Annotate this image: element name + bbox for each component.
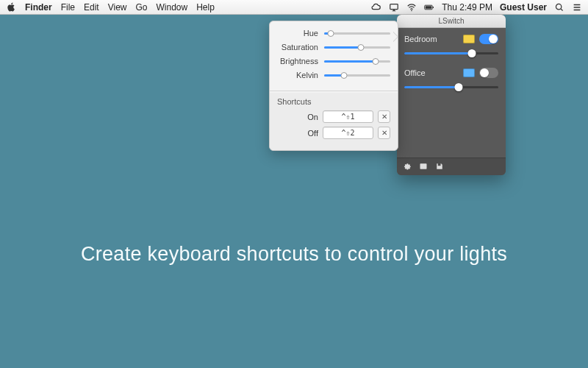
menu-help[interactable]: Help [196,2,215,13]
cloud-icon[interactable] [371,2,381,13]
menu-edit[interactable]: Edit [84,2,99,13]
menubar-clock[interactable]: Thu 2:49 PM [442,2,492,13]
scenes-icon[interactable] [419,160,428,174]
spotlight-icon[interactable] [554,2,564,13]
shortcuts-heading: Shortcuts [277,97,390,106]
lswitch-title: LSwitch [438,17,464,25]
mac-menubar: Finder File Edit View Go Window Help Thu… [0,0,588,15]
room-brightness-slider[interactable] [404,49,498,57]
menu-view[interactable]: View [108,2,127,13]
marketing-tagline: Create keyboard shortcuts to control you… [0,243,588,266]
slider-label: Hue [277,29,318,38]
menubar-app-name[interactable]: Finder [25,2,52,13]
room-toggle[interactable] [479,68,498,78]
svg-rect-0 [390,4,398,9]
menu-file[interactable]: File [61,2,75,13]
svg-rect-3 [426,6,431,9]
lswitch-titlebar[interactable]: LSwitch [397,15,506,28]
svg-rect-4 [433,6,434,7]
light-settings-popover: Hue Saturation Brightness Kelvin Shortcu… [269,21,398,151]
notification-center-icon[interactable] [572,2,582,13]
shortcut-field-on[interactable]: ^⇧1 [323,110,373,123]
room-row: Bedroom [404,34,498,57]
wifi-icon[interactable] [406,2,417,13]
svg-point-5 [556,4,561,9]
save-icon[interactable] [435,160,444,174]
shortcut-row: Off ^⇧2 ✕ [277,127,390,139]
room-row: Office [404,68,498,91]
shortcut-label: On [277,113,318,121]
shortcut-clear-button[interactable]: ✕ [378,127,390,139]
apple-menu-icon[interactable] [6,2,16,13]
menubar-user[interactable]: Guest User [500,2,547,13]
slider-label: Brightness [277,57,318,66]
lswitch-window: LSwitch Bedroom Office [397,15,506,175]
kelvin-slider[interactable] [324,71,390,79]
svg-rect-6 [420,163,427,169]
slider-row: Kelvin [277,71,390,79]
shortcut-label: Off [277,129,318,138]
slider-row: Hue [277,29,390,38]
divider [270,91,398,91]
room-name[interactable]: Bedroom [404,35,459,43]
room-color-swatch[interactable] [463,68,475,77]
room-brightness-slider[interactable] [404,82,498,91]
airplay-icon[interactable] [389,2,399,13]
slider-row: Brightness [277,57,390,66]
saturation-slider[interactable] [324,43,390,52]
shortcut-field-off[interactable]: ^⇧2 [323,127,373,139]
gear-icon[interactable] [403,160,412,174]
shortcut-row: On ^⇧1 ✕ [277,110,390,123]
shortcut-clear-button[interactable]: ✕ [378,110,390,123]
lswitch-footer [397,158,506,175]
battery-icon[interactable] [424,2,434,13]
brightness-slider[interactable] [324,57,390,66]
room-name[interactable]: Office [404,68,459,77]
menu-window[interactable]: Window [157,2,188,13]
slider-label: Saturation [277,43,318,52]
room-color-swatch[interactable] [463,35,475,43]
menu-go[interactable]: Go [136,2,148,13]
hue-slider[interactable] [324,29,390,38]
svg-point-1 [411,10,412,11]
slider-row: Saturation [277,43,390,52]
room-toggle[interactable] [479,34,498,44]
slider-label: Kelvin [277,71,318,79]
